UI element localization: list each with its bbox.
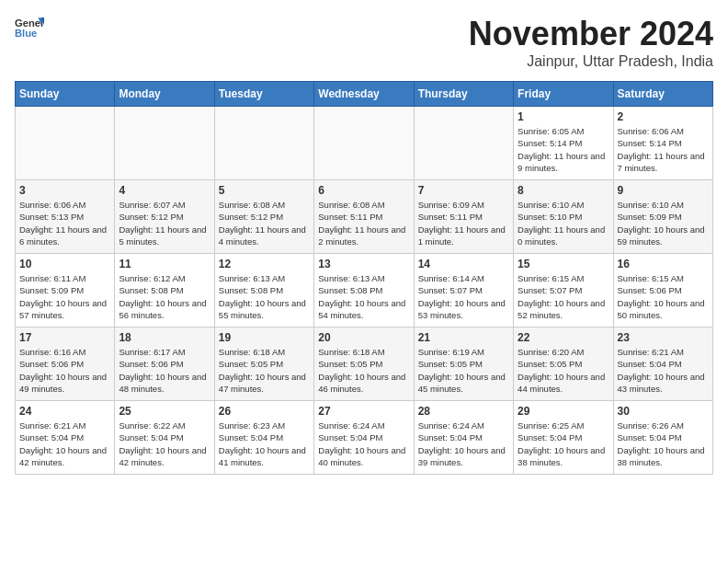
- logo: General Blue: [15, 15, 44, 40]
- header: General Blue November 2024 Jainpur, Utta…: [15, 15, 713, 70]
- day-info: Sunrise: 6:13 AM Sunset: 5:08 PM Dayligh…: [219, 272, 310, 321]
- day-info: Sunrise: 6:15 AM Sunset: 5:07 PM Dayligh…: [518, 272, 609, 321]
- day-info: Sunrise: 6:19 AM Sunset: 5:05 PM Dayligh…: [418, 346, 509, 395]
- day-number: 19: [219, 331, 310, 344]
- calendar-table: SundayMondayTuesdayWednesdayThursdayFrid…: [15, 81, 713, 475]
- day-cell: [16, 107, 115, 180]
- week-row-4: 17Sunrise: 6:16 AM Sunset: 5:06 PM Dayli…: [16, 327, 713, 401]
- day-info: Sunrise: 6:25 AM Sunset: 5:04 PM Dayligh…: [518, 419, 609, 468]
- day-info: Sunrise: 6:06 AM Sunset: 5:14 PM Dayligh…: [618, 125, 709, 174]
- day-cell: 14Sunrise: 6:14 AM Sunset: 5:07 PM Dayli…: [414, 254, 513, 327]
- header-row: SundayMondayTuesdayWednesdayThursdayFrid…: [16, 82, 713, 107]
- day-cell: 28Sunrise: 6:24 AM Sunset: 5:04 PM Dayli…: [414, 401, 513, 475]
- day-number: 25: [119, 405, 210, 418]
- col-header-tuesday: Tuesday: [214, 82, 313, 107]
- day-cell: 29Sunrise: 6:25 AM Sunset: 5:04 PM Dayli…: [514, 401, 613, 475]
- col-header-monday: Monday: [115, 82, 214, 107]
- day-info: Sunrise: 6:08 AM Sunset: 5:12 PM Dayligh…: [219, 199, 310, 247]
- day-info: Sunrise: 6:12 AM Sunset: 5:08 PM Dayligh…: [119, 272, 210, 321]
- day-cell: 3Sunrise: 6:06 AM Sunset: 5:13 PM Daylig…: [16, 180, 115, 254]
- day-info: Sunrise: 6:11 AM Sunset: 5:09 PM Dayligh…: [19, 272, 110, 321]
- day-number: 5: [219, 184, 310, 197]
- day-number: 4: [119, 184, 210, 197]
- location-title: Jainpur, Uttar Pradesh, India: [469, 53, 713, 70]
- week-row-3: 10Sunrise: 6:11 AM Sunset: 5:09 PM Dayli…: [16, 254, 713, 327]
- day-info: Sunrise: 6:10 AM Sunset: 5:09 PM Dayligh…: [618, 199, 709, 247]
- day-cell: 1Sunrise: 6:05 AM Sunset: 5:14 PM Daylig…: [514, 107, 613, 180]
- week-row-1: 1Sunrise: 6:05 AM Sunset: 5:14 PM Daylig…: [16, 107, 713, 180]
- day-cell: 30Sunrise: 6:26 AM Sunset: 5:04 PM Dayli…: [613, 401, 712, 475]
- day-info: Sunrise: 6:07 AM Sunset: 5:12 PM Dayligh…: [119, 199, 210, 247]
- day-cell: 12Sunrise: 6:13 AM Sunset: 5:08 PM Dayli…: [214, 254, 313, 327]
- day-number: 14: [418, 258, 509, 270]
- week-row-2: 3Sunrise: 6:06 AM Sunset: 5:13 PM Daylig…: [16, 180, 713, 254]
- day-number: 7: [418, 184, 509, 197]
- day-cell: 11Sunrise: 6:12 AM Sunset: 5:08 PM Dayli…: [115, 254, 214, 327]
- svg-text:Blue: Blue: [15, 28, 37, 39]
- day-info: Sunrise: 6:24 AM Sunset: 5:04 PM Dayligh…: [318, 419, 409, 468]
- day-info: Sunrise: 6:21 AM Sunset: 5:04 PM Dayligh…: [618, 346, 709, 395]
- col-header-wednesday: Wednesday: [314, 82, 414, 107]
- day-cell: 18Sunrise: 6:17 AM Sunset: 5:06 PM Dayli…: [115, 327, 214, 401]
- week-row-5: 24Sunrise: 6:21 AM Sunset: 5:04 PM Dayli…: [16, 401, 713, 475]
- day-number: 9: [618, 184, 709, 197]
- day-info: Sunrise: 6:05 AM Sunset: 5:14 PM Dayligh…: [518, 125, 609, 174]
- day-number: 3: [19, 184, 110, 197]
- day-cell: 25Sunrise: 6:22 AM Sunset: 5:04 PM Dayli…: [115, 401, 214, 475]
- day-cell: 7Sunrise: 6:09 AM Sunset: 5:11 PM Daylig…: [414, 180, 513, 254]
- day-cell: 21Sunrise: 6:19 AM Sunset: 5:05 PM Dayli…: [414, 327, 513, 401]
- day-info: Sunrise: 6:26 AM Sunset: 5:04 PM Dayligh…: [618, 419, 709, 468]
- day-cell: 13Sunrise: 6:13 AM Sunset: 5:08 PM Dayli…: [314, 254, 414, 327]
- title-area: November 2024 Jainpur, Uttar Pradesh, In…: [469, 15, 713, 70]
- day-info: Sunrise: 6:13 AM Sunset: 5:08 PM Dayligh…: [318, 272, 409, 321]
- col-header-sunday: Sunday: [16, 82, 115, 107]
- day-cell: 24Sunrise: 6:21 AM Sunset: 5:04 PM Dayli…: [16, 401, 115, 475]
- day-cell: [414, 107, 513, 180]
- day-cell: 27Sunrise: 6:24 AM Sunset: 5:04 PM Dayli…: [314, 401, 414, 475]
- day-info: Sunrise: 6:14 AM Sunset: 5:07 PM Dayligh…: [418, 272, 509, 321]
- day-info: Sunrise: 6:18 AM Sunset: 5:05 PM Dayligh…: [318, 346, 409, 395]
- day-number: 2: [618, 110, 709, 123]
- day-cell: [214, 107, 313, 180]
- day-info: Sunrise: 6:22 AM Sunset: 5:04 PM Dayligh…: [119, 419, 210, 468]
- day-number: 6: [318, 184, 409, 197]
- day-cell: 8Sunrise: 6:10 AM Sunset: 5:10 PM Daylig…: [514, 180, 613, 254]
- day-number: 16: [618, 258, 709, 270]
- day-info: Sunrise: 6:09 AM Sunset: 5:11 PM Dayligh…: [418, 199, 509, 247]
- day-cell: 23Sunrise: 6:21 AM Sunset: 5:04 PM Dayli…: [613, 327, 712, 401]
- day-number: 21: [418, 331, 509, 344]
- day-info: Sunrise: 6:16 AM Sunset: 5:06 PM Dayligh…: [19, 346, 110, 395]
- day-number: 10: [19, 258, 110, 270]
- day-cell: [115, 107, 214, 180]
- day-number: 11: [119, 258, 210, 270]
- day-number: 26: [219, 405, 310, 418]
- col-header-friday: Friday: [514, 82, 613, 107]
- day-number: 22: [518, 331, 609, 344]
- day-number: 18: [119, 331, 210, 344]
- day-cell: 17Sunrise: 6:16 AM Sunset: 5:06 PM Dayli…: [16, 327, 115, 401]
- day-number: 30: [618, 405, 709, 418]
- day-cell: 16Sunrise: 6:15 AM Sunset: 5:06 PM Dayli…: [613, 254, 712, 327]
- month-title: November 2024: [469, 15, 713, 53]
- col-header-saturday: Saturday: [613, 82, 712, 107]
- day-number: 8: [518, 184, 609, 197]
- day-cell: 4Sunrise: 6:07 AM Sunset: 5:12 PM Daylig…: [115, 180, 214, 254]
- day-number: 28: [418, 405, 509, 418]
- day-number: 12: [219, 258, 310, 270]
- day-number: 20: [318, 331, 409, 344]
- col-header-thursday: Thursday: [414, 82, 513, 107]
- day-number: 15: [518, 258, 609, 270]
- day-cell: 26Sunrise: 6:23 AM Sunset: 5:04 PM Dayli…: [214, 401, 313, 475]
- day-info: Sunrise: 6:21 AM Sunset: 5:04 PM Dayligh…: [19, 419, 110, 468]
- day-cell: 9Sunrise: 6:10 AM Sunset: 5:09 PM Daylig…: [613, 180, 712, 254]
- day-info: Sunrise: 6:08 AM Sunset: 5:11 PM Dayligh…: [318, 199, 409, 247]
- day-info: Sunrise: 6:15 AM Sunset: 5:06 PM Dayligh…: [618, 272, 709, 321]
- day-cell: 22Sunrise: 6:20 AM Sunset: 5:05 PM Dayli…: [514, 327, 613, 401]
- day-cell: 15Sunrise: 6:15 AM Sunset: 5:07 PM Dayli…: [514, 254, 613, 327]
- day-number: 29: [518, 405, 609, 418]
- day-number: 23: [618, 331, 709, 344]
- day-info: Sunrise: 6:24 AM Sunset: 5:04 PM Dayligh…: [418, 419, 509, 468]
- day-cell: 6Sunrise: 6:08 AM Sunset: 5:11 PM Daylig…: [314, 180, 414, 254]
- day-info: Sunrise: 6:06 AM Sunset: 5:13 PM Dayligh…: [19, 199, 110, 247]
- day-cell: 2Sunrise: 6:06 AM Sunset: 5:14 PM Daylig…: [613, 107, 712, 180]
